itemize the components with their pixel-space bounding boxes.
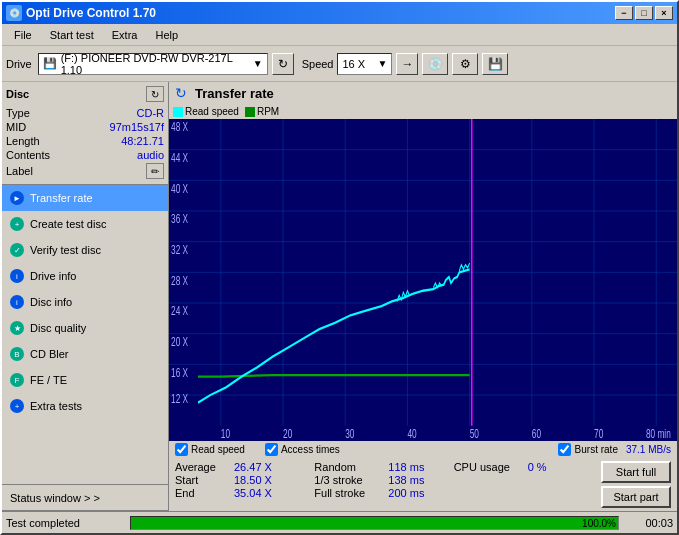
- menu-start-test[interactable]: Start test: [42, 27, 102, 43]
- transfer-rate-chart: 48 X 44 X 40 X 36 X 32 X 28 X 24 X 20 X …: [169, 119, 677, 441]
- contents-value: audio: [137, 149, 164, 161]
- start-value: 18.50 X: [234, 474, 279, 486]
- nav-fe-te-label: FE / TE: [30, 374, 67, 386]
- drive-dropdown-icon[interactable]: ▼: [253, 58, 263, 69]
- svg-rect-0: [169, 119, 677, 441]
- start-full-button[interactable]: Start full: [601, 461, 671, 483]
- title-left: 💿 Opti Drive Control 1.70: [6, 5, 156, 21]
- disc-button[interactable]: 💿: [422, 53, 448, 75]
- average-value: 26.47 X: [234, 461, 279, 473]
- svg-text:30: 30: [345, 427, 354, 440]
- maximize-button[interactable]: □: [635, 6, 653, 20]
- progress-bar-container: 100.0%: [130, 516, 619, 530]
- disc-header: Disc ↻: [6, 86, 164, 102]
- chart-container: 48 X 44 X 40 X 36 X 32 X 28 X 24 X 20 X …: [169, 119, 677, 441]
- nav-extra-tests-label: Extra tests: [30, 400, 82, 412]
- read-speed-checkbox-item: Read speed: [175, 443, 245, 456]
- burst-rate-value: 37.1 MB/s: [626, 444, 671, 455]
- svg-text:32 X: 32 X: [171, 243, 188, 256]
- toolbar: Drive 💾 (F:) PIONEER DVD-RW DVR-217L 1.1…: [2, 46, 677, 82]
- minimize-button[interactable]: −: [615, 6, 633, 20]
- status-bar: Test completed 100.0% 00:03: [2, 511, 677, 533]
- random-label: Random: [314, 461, 384, 473]
- nav-verify-test-disc-label: Verify test disc: [30, 244, 101, 256]
- cpu-stat: CPU usage 0 %: [454, 461, 589, 473]
- speed-value: 16 X: [342, 58, 365, 70]
- type-value: CD-R: [137, 107, 165, 119]
- svg-text:40: 40: [407, 427, 416, 440]
- status-window-label: Status window > >: [10, 492, 100, 504]
- speed-refresh-button[interactable]: →: [396, 53, 418, 75]
- speed-selector[interactable]: 16 X ▼: [337, 53, 392, 75]
- nav-create-test-disc-label: Create test disc: [30, 218, 106, 230]
- full-stroke-stat: Full stroke 200 ms: [314, 487, 449, 499]
- drive-refresh-button[interactable]: ↻: [272, 53, 294, 75]
- svg-text:40 X: 40 X: [171, 182, 188, 195]
- nav-fe-te[interactable]: F FE / TE: [2, 367, 168, 393]
- nav-disc-quality[interactable]: ★ Disc quality: [2, 315, 168, 341]
- status-window-button[interactable]: Status window > >: [2, 485, 168, 511]
- progress-bar-fill: [131, 517, 618, 529]
- svg-text:10: 10: [221, 427, 230, 440]
- edit-icon: ✏: [151, 166, 159, 177]
- random-value: 118 ms: [388, 461, 433, 473]
- burst-rate-info: Burst rate 37.1 MB/s: [558, 443, 671, 456]
- nav-extra-tests[interactable]: + Extra tests: [2, 393, 168, 419]
- cd-bler-icon: B: [10, 347, 24, 361]
- speed-dropdown-icon[interactable]: ▼: [378, 58, 388, 69]
- nav-verify-test-disc[interactable]: ✓ Verify test disc: [2, 237, 168, 263]
- close-button[interactable]: ×: [655, 6, 673, 20]
- start-stat: Start 18.50 X: [175, 474, 310, 486]
- nav-disc-info[interactable]: i Disc info: [2, 289, 168, 315]
- cpu-label: CPU usage: [454, 461, 524, 473]
- nav-drive-info[interactable]: i Drive info: [2, 263, 168, 289]
- nav-create-test-disc[interactable]: + Create test disc: [2, 211, 168, 237]
- svg-text:20: 20: [283, 427, 292, 440]
- time-display: 00:03: [623, 517, 673, 529]
- title-buttons: − □ ×: [615, 6, 673, 20]
- disc-length-row: Length 48:21.71: [6, 134, 164, 148]
- fe-te-icon: F: [10, 373, 24, 387]
- rpm-legend-label: RPM: [257, 106, 279, 117]
- read-speed-legend-label: Read speed: [185, 106, 239, 117]
- burst-rate-checkbox[interactable]: [558, 443, 571, 456]
- label-edit-button[interactable]: ✏: [146, 163, 164, 179]
- gear-icon: ⚙: [460, 57, 471, 71]
- access-times-checkbox-label: Access times: [281, 444, 340, 455]
- start-part-button[interactable]: Start part: [601, 486, 671, 508]
- progress-text: 100.0%: [582, 517, 616, 531]
- stats-right: Start full Start part: [595, 458, 677, 511]
- nav-disc-quality-label: Disc quality: [30, 322, 86, 334]
- nav-cd-bler[interactable]: B CD Bler: [2, 341, 168, 367]
- save-button[interactable]: 💾: [482, 53, 508, 75]
- menu-file[interactable]: File: [6, 27, 40, 43]
- full-stroke-label: Full stroke: [314, 487, 384, 499]
- svg-text:12 X: 12 X: [171, 392, 188, 405]
- create-disc-icon: +: [10, 217, 24, 231]
- drive-info-icon: i: [10, 269, 24, 283]
- menu-extra[interactable]: Extra: [104, 27, 146, 43]
- rpm-legend: RPM: [245, 106, 279, 117]
- chart-header: ↻ Transfer rate: [169, 82, 677, 104]
- chart-legend: Read speed RPM: [169, 104, 677, 119]
- svg-text:80 min: 80 min: [646, 427, 671, 440]
- menu-help[interactable]: Help: [147, 27, 186, 43]
- drive-selector[interactable]: 💾 (F:) PIONEER DVD-RW DVR-217L 1.10 ▼: [38, 53, 268, 75]
- transfer-rate-icon: ►: [10, 191, 24, 205]
- nav-transfer-rate[interactable]: ► Transfer rate: [2, 185, 168, 211]
- stroke-1-3-stat: 1/3 stroke 138 ms: [314, 474, 449, 486]
- read-speed-checkbox[interactable]: [175, 443, 188, 456]
- disc-section-title: Disc: [6, 88, 29, 100]
- end-stat: End 35.04 X: [175, 487, 310, 499]
- average-stat: Average 26.47 X: [175, 461, 310, 473]
- access-times-checkbox[interactable]: [265, 443, 278, 456]
- arrow-icon: →: [401, 57, 413, 71]
- disc-refresh-button[interactable]: ↻: [146, 86, 164, 102]
- full-stroke-value: 200 ms: [388, 487, 433, 499]
- refresh-icon: ↻: [278, 57, 288, 71]
- status-text: Test completed: [6, 517, 126, 529]
- svg-text:60: 60: [532, 427, 541, 440]
- disc-contents-row: Contents audio: [6, 148, 164, 162]
- svg-text:16 X: 16 X: [171, 366, 188, 379]
- settings-button[interactable]: ⚙: [452, 53, 478, 75]
